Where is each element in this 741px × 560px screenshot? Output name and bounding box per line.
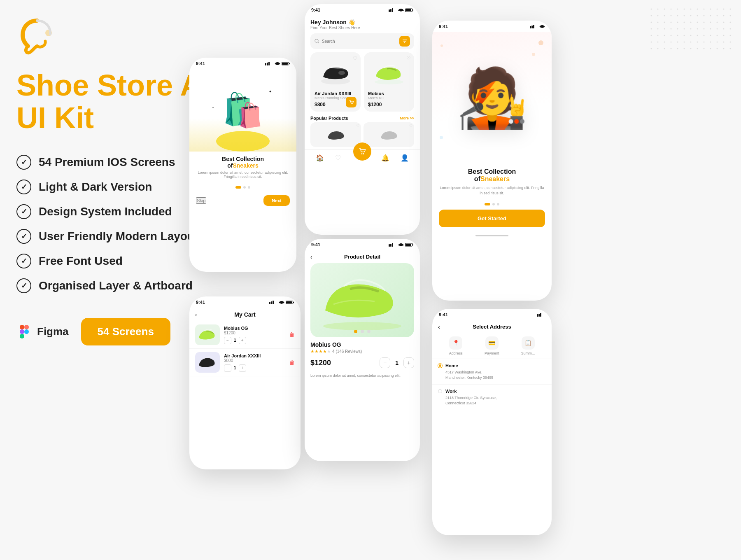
rating-stars: ★★★★★ 4 (146 Reviews) [305, 349, 420, 354]
check-icon: ✓ [16, 229, 31, 244]
svg-rect-13 [289, 63, 290, 64]
svg-rect-18 [405, 9, 411, 11]
popular-card-1[interactable]: ♡ [310, 122, 361, 147]
address-item-home[interactable]: Home 4517 Washington Ave. Manchester, Ke… [432, 359, 552, 385]
nav-cart-button[interactable] [353, 142, 371, 161]
price-qty-row: $1200 − 1 + [305, 354, 420, 371]
svg-point-31 [363, 153, 364, 154]
status-bar: 9:41 [305, 4, 420, 16]
svg-rect-4 [24, 325, 29, 329]
quantity-control: − 1 + [224, 364, 285, 372]
svg-rect-45 [530, 26, 531, 28]
status-bar: 9:41 [432, 309, 552, 320]
nav-profile-icon[interactable]: 👤 [401, 154, 409, 162]
qty-decrease[interactable]: − [224, 364, 231, 372]
status-bar: 9:41 [189, 58, 296, 69]
svg-rect-8 [265, 63, 266, 65]
svg-rect-49 [538, 314, 540, 317]
tab-address[interactable]: 📍 Address [449, 336, 463, 355]
qty-decrease[interactable]: − [224, 337, 231, 344]
phone-select-address: 9:41 ‹ Select Address 📍 Address 💳 Paymen… [432, 309, 552, 535]
phone-cart: 9:41 ‹ My Cart Mobius OG $1200 − 1 + 🗑 [189, 296, 301, 469]
splash-text: Best Collection ofSneakers Lorem ipsum d… [189, 152, 296, 183]
popular-header: Popular Products More >> [305, 114, 420, 122]
svg-point-20 [315, 39, 318, 42]
cart-item-2: Air Jordan XXXIII $800 − 1 + 🗑 [189, 349, 301, 376]
svg-line-21 [318, 42, 319, 43]
qty-increase[interactable]: + [239, 337, 246, 344]
check-icon: ✓ [16, 155, 31, 170]
search-bar[interactable] [310, 33, 414, 49]
heart-icon[interactable]: ♡ [356, 124, 359, 128]
next-button[interactable]: Next [263, 195, 290, 206]
nav-bell-icon[interactable]: 🔔 [381, 154, 389, 162]
product-card-1[interactable]: ♡ Air Jordan XXXIII Men's Running Shoe $… [310, 52, 361, 112]
delete-button[interactable]: 🗑 [289, 331, 295, 338]
svg-rect-5 [20, 329, 24, 334]
selected-indicator [438, 364, 442, 368]
skip-button[interactable]: Skip [196, 197, 206, 204]
back-button[interactable]: ‹ [310, 254, 312, 260]
svg-rect-10 [268, 62, 270, 65]
filter-button[interactable] [399, 36, 410, 47]
delete-button[interactable]: 🗑 [289, 359, 295, 366]
svg-point-27 [351, 103, 352, 104]
cart-header: ‹ My Cart [189, 308, 301, 321]
add-to-cart-btn[interactable] [346, 97, 357, 107]
svg-rect-37 [293, 302, 294, 303]
svg-point-44 [323, 322, 401, 330]
figma-badge: Figma [16, 324, 69, 340]
screens-button[interactable]: 54 Screens [81, 318, 170, 345]
svg-rect-38 [389, 244, 390, 247]
back-button[interactable]: ‹ [438, 324, 440, 330]
qty-decrease-btn[interactable]: − [380, 357, 390, 368]
svg-rect-34 [273, 301, 274, 304]
nav-heart-icon[interactable]: ♡ [335, 154, 341, 162]
check-icon: ✓ [16, 204, 31, 219]
qty-increase-btn[interactable]: + [403, 357, 414, 368]
cart-item-info: Mobius OG $1200 − 1 + [224, 326, 285, 344]
svg-rect-46 [531, 26, 533, 28]
svg-point-26 [338, 71, 345, 75]
svg-rect-14 [389, 9, 390, 12]
pagination-dots [432, 203, 552, 205]
svg-rect-47 [533, 25, 534, 28]
quantity-control: − 1 + [224, 337, 285, 344]
tab-summary[interactable]: 📋 Summ... [521, 336, 535, 355]
check-icon: ✓ [16, 278, 31, 293]
phone-product-detail: 9:41 ‹ Product Detail Mobius OG ★★★★★ 4 … [305, 239, 420, 461]
nav-home-icon[interactable]: 🏠 [316, 154, 324, 162]
product-image [195, 352, 220, 373]
product-image-hero [310, 263, 414, 337]
svg-point-28 [352, 103, 353, 104]
svg-rect-33 [271, 301, 272, 304]
featured-products: ♡ Air Jordan XXXIII Men's Running Shoe $… [305, 52, 420, 114]
address-tabs: 📍 Address 💳 Payment 📋 Summ... [432, 333, 552, 359]
qty-increase[interactable]: + [239, 364, 246, 372]
svg-rect-39 [390, 244, 391, 247]
back-button[interactable]: ‹ [195, 311, 197, 318]
cart-item-info: Air Jordan XXXIII $800 − 1 + [224, 353, 285, 372]
search-input[interactable] [322, 39, 397, 44]
get-started-button[interactable]: Get Started [439, 210, 545, 227]
phone-home: 9:41 Hey Johnson 👋 Find Your Best Shoes … [305, 4, 420, 235]
pagination-dots [189, 186, 296, 189]
svg-rect-6 [20, 334, 24, 338]
svg-rect-1 [650, 8, 733, 49]
svg-point-7 [24, 329, 29, 334]
address-item-work[interactable]: Work 2118 Thornridge Cir. Syracuse, Conn… [432, 385, 552, 410]
svg-point-29 [375, 79, 403, 84]
heart-icon[interactable]: ♡ [353, 56, 357, 61]
tab-payment[interactable]: 💳 Payment [485, 336, 499, 355]
product-card-2[interactable]: ♡ Mobius Men's Ru... $1200 [364, 52, 414, 112]
heart-icon[interactable]: ♡ [406, 56, 411, 61]
svg-rect-16 [392, 8, 393, 12]
bottom-nav: 🏠 ♡ 🔔 👤 [305, 149, 420, 166]
check-icon: ✓ [16, 254, 31, 268]
svg-rect-50 [540, 313, 541, 317]
svg-rect-43 [412, 244, 413, 245]
heart-icon[interactable]: ♡ [409, 124, 412, 128]
popular-card-2[interactable]: ♡ [364, 122, 414, 147]
unselected-indicator [438, 389, 442, 393]
svg-rect-19 [412, 9, 413, 11]
